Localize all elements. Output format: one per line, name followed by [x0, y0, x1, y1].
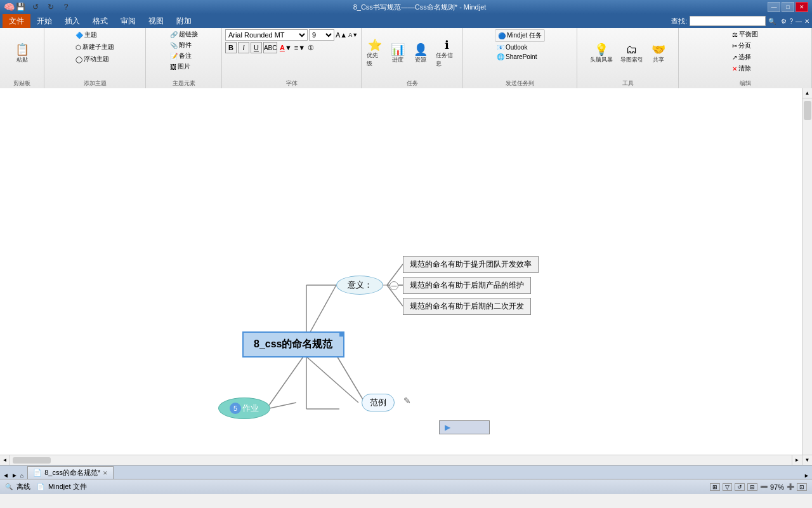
clear-btn[interactable]: ✕ 清除: [730, 64, 753, 74]
font-row2: B I U ABC A▼ ≡▼ ①: [225, 42, 358, 53]
yiyi-node[interactable]: 意义：: [336, 276, 383, 295]
float-icon: ◯: [75, 56, 82, 63]
minimize-btn[interactable]: —: [768, 2, 780, 12]
zoom-in-btn[interactable]: ➕: [787, 483, 794, 490]
close-btn[interactable]: ✕: [796, 2, 808, 12]
nav-arrows: ◄ ► ⌂: [3, 472, 23, 479]
balance-btn[interactable]: ⚖ 平衡图: [730, 29, 760, 39]
image-btn[interactable]: 🖼 图片: [168, 62, 192, 72]
clipboard-content: 📋 粘贴: [7, 29, 37, 87]
strikethrough-btn[interactable]: ABC: [263, 42, 277, 53]
underline-btn[interactable]: U: [251, 42, 262, 53]
new-child-btn[interactable]: ⬡ 新建子主题: [73, 41, 117, 53]
vscroll-thumb[interactable]: [804, 101, 811, 120]
zoom-level: 97%: [770, 483, 784, 491]
font-size-decrease[interactable]: A▼: [348, 32, 358, 38]
central-node-text: 8_css的命名规范: [254, 338, 333, 349]
zuoye-num-badge: 5: [230, 403, 241, 414]
search-label: 查找:: [671, 17, 687, 26]
progress-btn[interactable]: 📊 进度: [388, 43, 408, 65]
settings-btn[interactable]: ⚙: [781, 18, 787, 25]
zuoye-node[interactable]: 5 作业: [218, 398, 270, 419]
rect-node-3[interactable]: 规范的命名有助于后期的二次开发: [403, 298, 531, 315]
font-color-btn[interactable]: A▼: [280, 44, 292, 51]
view-outline-btn[interactable]: ↺: [735, 483, 745, 491]
menu-view[interactable]: 视图: [142, 14, 170, 28]
font-size-select[interactable]: 9: [309, 29, 334, 41]
fit-page-btn[interactable]: ⊡: [797, 483, 807, 491]
note-icon[interactable]: ✎: [403, 396, 411, 406]
brainstorm-btn[interactable]: 💡 头脑风暴: [587, 43, 615, 65]
vertical-scrollbar[interactable]: ▼ ▲: [802, 88, 812, 465]
tab-close-btn[interactable]: ✕: [103, 470, 108, 476]
canvas[interactable]: 8_css的命名规范 意义： — 规范的命名有助于提升团队开发效率 规范的命名有…: [0, 88, 812, 465]
minimize-ribbon-btn[interactable]: —: [796, 18, 802, 25]
font-size-increase[interactable]: A▲: [336, 31, 347, 39]
hscroll-left[interactable]: ◄: [0, 455, 10, 465]
select-btn[interactable]: ↗ 选择: [730, 52, 753, 62]
menu-review[interactable]: 审阅: [114, 14, 142, 28]
tab-home-btn[interactable]: ⌂: [20, 472, 23, 479]
tab-fwd-btn[interactable]: ►: [11, 472, 18, 479]
search-input[interactable]: [690, 16, 766, 26]
horizontal-scrollbar[interactable]: ◄ ►: [0, 455, 802, 465]
close-ribbon-btn[interactable]: ✕: [804, 18, 809, 25]
font-family-select[interactable]: Arial Rounded MT: [225, 29, 308, 41]
resource-btn[interactable]: 👤 资源: [410, 43, 431, 65]
index-btn[interactable]: 🗂 导图索引: [618, 43, 646, 65]
numbering-btn[interactable]: ①: [308, 44, 314, 52]
mindjet-tasks-btn[interactable]: 🔵 Mindjet 任务: [495, 29, 545, 42]
redo-quick-btn[interactable]: ↻: [45, 1, 56, 13]
split-btn[interactable]: ✂ 分页: [730, 41, 753, 51]
priority-btn[interactable]: ⭐ 优先级: [364, 38, 385, 69]
hyperlink-btn[interactable]: 🔗 超链接: [168, 29, 200, 39]
paste-btn[interactable]: 📋 粘贴: [7, 43, 37, 65]
taskinfo-label: 任务信息: [436, 51, 457, 68]
zoom-out-btn[interactable]: ➖: [760, 483, 768, 490]
vscroll-down[interactable]: ▼: [802, 455, 812, 465]
resource-label: 资源: [415, 56, 426, 64]
view-filter-btn[interactable]: ▽: [723, 483, 732, 491]
resize-handle[interactable]: [339, 331, 344, 337]
view-gantt-btn[interactable]: ⊟: [747, 483, 757, 491]
vscroll-up[interactable]: ▲: [802, 88, 812, 98]
outlook-btn[interactable]: 📧 Outlook: [495, 43, 529, 51]
central-node[interactable]: 8_css的命名规范: [242, 331, 344, 358]
collapse-btn[interactable]: —: [390, 281, 398, 290]
send-content: 🔵 Mindjet 任务 📧 Outlook 🌐 SharePoint: [495, 29, 545, 87]
attachment-btn[interactable]: 📎 附件: [168, 40, 193, 50]
view-mode-normal[interactable]: ⊞: [710, 483, 720, 491]
taskinfo-btn[interactable]: ℹ 任务信息: [433, 38, 460, 69]
menu-addins[interactable]: 附加: [170, 14, 198, 28]
topic-row1: 🔷 主题: [73, 29, 100, 41]
tab-scroll-right[interactable]: ►: [804, 472, 809, 479]
menu-format[interactable]: 格式: [86, 14, 114, 28]
help-btn[interactable]: ?: [789, 18, 793, 25]
text-align-btn[interactable]: ≡▼: [294, 44, 305, 51]
menu-file[interactable]: 文件: [3, 14, 30, 28]
menu-insert[interactable]: 插入: [58, 14, 86, 28]
float-btn[interactable]: ◯ 浮动主题: [73, 53, 112, 65]
maximize-btn[interactable]: □: [782, 2, 794, 12]
hscroll-thumb[interactable]: [13, 457, 51, 464]
sharepoint-btn[interactable]: 🌐 SharePoint: [495, 53, 539, 61]
rect-node-2[interactable]: 规范的命名有助于后期产品的维护: [403, 277, 531, 294]
italic-btn[interactable]: I: [238, 42, 249, 53]
save-quick-btn[interactable]: 💾: [15, 1, 26, 13]
theme-btn[interactable]: 🔷 主题: [73, 29, 100, 41]
tab-item[interactable]: 📄 8_css的命名规范* ✕: [27, 466, 114, 479]
help-quick-btn[interactable]: ?: [60, 1, 72, 13]
hscroll-right[interactable]: ►: [792, 455, 802, 465]
bold-btn[interactable]: B: [225, 42, 237, 53]
tab-back-btn[interactable]: ◄: [3, 472, 9, 479]
share-btn[interactable]: 🤝 共享: [648, 43, 669, 65]
undo-quick-btn[interactable]: ↺: [30, 1, 41, 13]
video-node[interactable]: ▶: [439, 420, 490, 434]
tasks-label: 任务: [407, 79, 418, 88]
rect-node-1[interactable]: 规范的命名有助于提升团队开发效率: [403, 256, 539, 273]
search-btn[interactable]: 🔍: [768, 18, 776, 25]
fanli-node[interactable]: 范例: [362, 394, 395, 411]
backup-btn[interactable]: 📝 备注: [168, 51, 193, 61]
menu-home[interactable]: 开始: [30, 14, 58, 28]
add-topic-label: 添加主题: [84, 79, 107, 88]
